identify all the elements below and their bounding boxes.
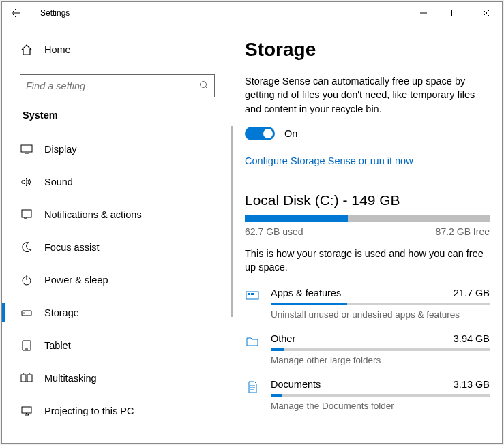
storage-category-other[interactable]: Other 3.94 GB Manage other large folders bbox=[245, 333, 490, 365]
nav-list: Display Sound Notifications & actions Fo… bbox=[5, 133, 230, 427]
display-icon bbox=[20, 143, 33, 155]
svg-rect-3 bbox=[22, 210, 31, 217]
svg-rect-8 bbox=[21, 375, 26, 382]
sidebar: Home System Display Sound bbox=[2, 24, 233, 443]
sidebar-item-label: Focus assist bbox=[44, 242, 100, 253]
storage-category-documents[interactable]: Documents 3.13 GB Manage the Documents f… bbox=[245, 379, 490, 411]
sidebar-item-tablet[interactable]: Tablet bbox=[5, 329, 230, 362]
sidebar-item-sound[interactable]: Sound bbox=[5, 166, 230, 198]
content-area: Home System Display Sound bbox=[2, 24, 502, 443]
maximize-button[interactable] bbox=[439, 2, 471, 24]
category-bar bbox=[271, 348, 490, 351]
category-name: Other bbox=[271, 333, 295, 344]
moon-icon bbox=[20, 241, 33, 254]
storage-category-apps[interactable]: Apps & features 21.7 GB Uninstall unused… bbox=[245, 288, 490, 320]
sidebar-item-label: Storage bbox=[44, 307, 79, 318]
close-icon bbox=[483, 10, 490, 16]
sidebar-item-label: Multitasking bbox=[44, 373, 97, 384]
category-size: 21.7 GB bbox=[454, 288, 490, 298]
storage-sense-description: Storage Sense can automatically free up … bbox=[245, 74, 490, 116]
minimize-button[interactable] bbox=[408, 2, 439, 24]
storage-sense-toggle[interactable] bbox=[245, 127, 275, 140]
sidebar-item-label: Projecting to this PC bbox=[44, 405, 134, 416]
svg-rect-14 bbox=[248, 293, 250, 295]
disk-heading: Local Disk (C:) - 149 GB bbox=[245, 192, 490, 209]
disk-meta: 62.7 GB used 87.2 GB free bbox=[245, 226, 490, 237]
sidebar-item-storage[interactable]: Storage bbox=[5, 296, 230, 329]
sound-icon bbox=[20, 176, 33, 188]
close-button[interactable] bbox=[471, 2, 502, 24]
disk-free-label: 87.2 GB free bbox=[436, 226, 490, 237]
disk-used-segment bbox=[245, 215, 348, 222]
page-title: Storage bbox=[245, 39, 490, 61]
sidebar-item-focus-assist[interactable]: Focus assist bbox=[5, 231, 230, 264]
power-icon bbox=[20, 274, 33, 286]
category-size: 3.13 GB bbox=[454, 379, 490, 390]
svg-rect-12 bbox=[22, 407, 31, 413]
sidebar-item-label: Display bbox=[44, 144, 77, 155]
search-box[interactable] bbox=[20, 74, 215, 97]
home-icon bbox=[20, 44, 33, 56]
sidebar-item-label: Sound bbox=[44, 177, 73, 187]
category-subtext: Manage other large folders bbox=[271, 355, 490, 365]
category-bar bbox=[271, 394, 490, 397]
svg-rect-2 bbox=[21, 145, 32, 152]
svg-rect-15 bbox=[251, 293, 254, 295]
sidebar-item-display[interactable]: Display bbox=[5, 133, 230, 166]
svg-point-6 bbox=[23, 313, 25, 314]
category-size: 3.94 GB bbox=[454, 333, 490, 344]
tablet-icon bbox=[20, 339, 33, 352]
maximize-icon bbox=[451, 10, 458, 16]
sidebar-item-multitasking[interactable]: Multitasking bbox=[5, 362, 230, 395]
search-input[interactable] bbox=[26, 80, 199, 91]
settings-window: Settings Home bbox=[1, 1, 503, 444]
sidebar-item-label: Tablet bbox=[44, 340, 71, 351]
minimize-icon bbox=[420, 10, 427, 16]
arrow-left-icon bbox=[10, 7, 21, 18]
storage-icon bbox=[20, 307, 33, 319]
disk-used-label: 62.7 GB used bbox=[245, 226, 303, 237]
home-label: Home bbox=[44, 44, 71, 55]
svg-rect-13 bbox=[246, 292, 258, 299]
category-name: Apps & features bbox=[271, 288, 341, 298]
category-subtext: Manage the Documents folder bbox=[271, 401, 490, 411]
svg-point-10 bbox=[23, 373, 25, 374]
configure-storage-sense-link[interactable]: Configure Storage Sense or run it now bbox=[245, 155, 413, 166]
notifications-icon bbox=[20, 209, 33, 221]
sidebar-item-projecting[interactable]: Projecting to this PC bbox=[5, 395, 230, 427]
svg-rect-9 bbox=[27, 375, 32, 382]
caption-buttons bbox=[408, 2, 502, 24]
sidebar-item-label: Notifications & actions bbox=[44, 209, 142, 220]
toggle-state-label: On bbox=[284, 128, 297, 139]
usage-description: This is how your storage is used and how… bbox=[245, 247, 490, 275]
disk-usage-bar bbox=[245, 215, 490, 222]
apps-icon bbox=[245, 288, 260, 320]
svg-rect-0 bbox=[452, 10, 458, 16]
sidebar-item-notifications[interactable]: Notifications & actions bbox=[5, 198, 230, 231]
titlebar: Settings bbox=[2, 2, 502, 24]
documents-icon bbox=[245, 379, 260, 411]
projecting-icon bbox=[20, 405, 33, 417]
svg-point-11 bbox=[29, 373, 31, 374]
sidebar-scrollbar[interactable] bbox=[231, 126, 233, 317]
category-subtext: Uninstall unused or undesired apps & fea… bbox=[271, 309, 490, 320]
multitasking-icon bbox=[20, 372, 33, 384]
home-button[interactable]: Home bbox=[5, 36, 230, 63]
sidebar-item-power-sleep[interactable]: Power & sleep bbox=[5, 264, 230, 296]
window-title: Settings bbox=[29, 8, 70, 18]
category-label: System bbox=[5, 110, 230, 121]
main-panel: Storage Storage Sense can automatically … bbox=[233, 24, 502, 443]
category-name: Documents bbox=[271, 379, 321, 390]
folder-icon bbox=[245, 333, 260, 365]
svg-point-1 bbox=[201, 81, 207, 87]
sidebar-item-label: Power & sleep bbox=[44, 275, 108, 286]
storage-sense-toggle-row: On bbox=[245, 127, 490, 140]
back-button[interactable] bbox=[2, 2, 29, 24]
search-icon bbox=[199, 80, 209, 92]
category-bar bbox=[271, 303, 490, 305]
